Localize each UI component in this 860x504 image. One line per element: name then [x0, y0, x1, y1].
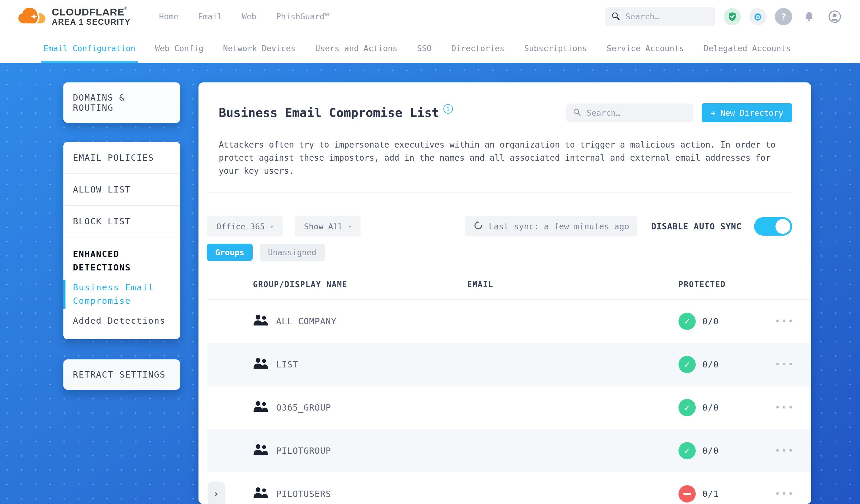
top-nav-home[interactable]: Home: [159, 12, 178, 21]
protected-status-badge: [678, 356, 696, 373]
unassigned-chip[interactable]: Unassigned: [260, 244, 325, 261]
sidebar-item-block-list[interactable]: BLOCK LIST: [63, 205, 180, 237]
table-row: PILOTGROUP 0/0: [207, 429, 811, 472]
table-row: PILOTUSERS 0/1: [207, 472, 811, 504]
expand-row-chevron-icon[interactable]: [208, 482, 225, 504]
group-name: LIST: [276, 359, 298, 370]
group-icon: [253, 401, 269, 415]
tab-users-and-actions[interactable]: Users and Actions: [315, 33, 397, 63]
last-sync-text: Last sync: a few minutes ago: [489, 222, 629, 231]
protected-count: 0/1: [702, 489, 719, 499]
protected-count: 0/0: [702, 359, 719, 370]
page-description: Attackers often try to impersonate execu…: [219, 138, 789, 178]
table-header: GROUP/DISPLAY NAME EMAIL PROTECTED: [207, 270, 811, 300]
show-filter-select[interactable]: Show All: [295, 216, 361, 236]
directory-search-input[interactable]: [587, 108, 687, 117]
group-name: PILOTGROUP: [276, 446, 331, 456]
row-menu-icon[interactable]: [775, 359, 811, 370]
info-icon[interactable]: [443, 104, 453, 114]
groups-chip[interactable]: Groups: [207, 244, 253, 261]
search-icon: [611, 12, 620, 22]
topbar-actions: ⚙: [605, 7, 843, 26]
groups-table: GROUP/DISPLAY NAME EMAIL PROTECTED ALL C…: [207, 270, 811, 504]
table-row: LIST 0/0: [207, 343, 811, 386]
content-card: Business Email Compromise List + New Dir…: [199, 83, 811, 504]
sidebar-item-domains-routing[interactable]: DOMAINS & ROUTING: [63, 83, 180, 123]
protected-count: 0/0: [702, 316, 719, 326]
protected-status-badge: [678, 399, 696, 416]
sidebar-item-business-email-compromise[interactable]: Business Email Compromise: [73, 281, 171, 308]
config-tabs: Email Configuration Web Config Network D…: [0, 33, 860, 63]
group-name: O365_GROUP: [276, 403, 331, 413]
top-nav-email[interactable]: Email: [198, 12, 222, 21]
sidebar-item-email-policies[interactable]: EMAIL POLICIES: [63, 142, 180, 174]
group-icon: [253, 314, 269, 328]
notifications-bell-icon[interactable]: [801, 8, 818, 25]
protected-status-badge: [678, 313, 696, 330]
group-icon: [253, 444, 269, 458]
tab-directories[interactable]: Directories: [451, 33, 504, 63]
group-icon: [253, 357, 269, 371]
global-search[interactable]: [605, 7, 715, 26]
logo-trademark: ®: [124, 6, 127, 11]
tab-web-config[interactable]: Web Config: [155, 33, 203, 63]
table-row: O365_GROUP 0/0: [207, 386, 811, 429]
row-menu-icon[interactable]: [775, 489, 811, 499]
directory-select[interactable]: Office 365: [207, 216, 283, 236]
tab-email-configuration[interactable]: Email Configuration: [43, 33, 135, 63]
directory-search[interactable]: [566, 103, 693, 122]
protected-count: 0/0: [702, 446, 719, 456]
top-nav: Home Email Web PhishGuard™: [159, 12, 329, 21]
title-actions: + New Directory: [566, 103, 792, 122]
col-group-display-name: GROUP/DISPLAY NAME: [253, 280, 467, 289]
group-name: ALL COMPANY: [276, 316, 336, 326]
sidebar-email-menu: EMAIL POLICIES ALLOW LIST BLOCK LIST ENH…: [63, 142, 180, 339]
tab-network-devices[interactable]: Network Devices: [223, 33, 296, 63]
settings-gear-icon[interactable]: ⚙: [749, 8, 766, 25]
disable-auto-sync-label: DISABLE AUTO SYNC: [651, 222, 742, 231]
sidebar-item-allow-list[interactable]: ALLOW LIST: [63, 174, 180, 205]
logo-name: CLOUDFLARE: [52, 6, 124, 17]
sync-icon: [473, 220, 483, 233]
title-row: Business Email Compromise List + New Dir…: [219, 101, 792, 125]
last-sync-status[interactable]: Last sync: a few minutes ago: [465, 216, 637, 236]
sidebar-item-retract-settings[interactable]: RETRACT SETTINGS: [63, 359, 180, 390]
new-directory-button[interactable]: + New Directory: [702, 103, 792, 122]
group-name: PILOTUSERS: [276, 489, 331, 499]
enhanced-detections-title[interactable]: ENHANCED DETECTIONS: [73, 247, 171, 274]
row-menu-icon[interactable]: [775, 316, 811, 326]
user-avatar-icon[interactable]: [826, 8, 843, 25]
cloudflare-logo[interactable]: CLOUDFLARE® AREA 1 SECURITY: [18, 6, 131, 27]
filter-row: Office 365 Show All Last sync: a few min…: [207, 216, 792, 236]
protected-status-badge: [678, 442, 696, 459]
logo-subtitle: AREA 1 SECURITY: [52, 17, 131, 27]
protected-status-badge: [678, 485, 696, 503]
sidebar: DOMAINS & ROUTING EMAIL POLICIES ALLOW L…: [63, 83, 180, 390]
section-divider: [207, 192, 792, 192]
tab-subscriptions[interactable]: Subscriptions: [524, 33, 587, 63]
security-shield-icon[interactable]: [724, 8, 741, 25]
cloudflare-cloud-icon: [18, 6, 48, 27]
col-protected: PROTECTED: [678, 280, 753, 289]
help-icon[interactable]: [775, 8, 792, 25]
top-nav-phishguard[interactable]: PhishGuard™: [276, 12, 329, 21]
tab-service-accounts[interactable]: Service Accounts: [607, 33, 684, 63]
group-icon: [253, 487, 269, 501]
tab-sso[interactable]: SSO: [417, 33, 432, 63]
sidebar-section-enhanced-detections: ENHANCED DETECTIONS Business Email Compr…: [63, 237, 180, 339]
tab-delegated-accounts[interactable]: Delegated Accounts: [704, 33, 791, 63]
row-menu-icon[interactable]: [775, 402, 811, 413]
protected-count: 0/0: [702, 403, 719, 413]
row-menu-icon[interactable]: [775, 445, 811, 456]
table-row: ALL COMPANY 0/0: [207, 300, 811, 343]
page-background: DOMAINS & ROUTING EMAIL POLICIES ALLOW L…: [0, 63, 860, 504]
auto-sync-toggle[interactable]: [754, 217, 792, 236]
top-nav-web[interactable]: Web: [242, 12, 257, 21]
topbar: CLOUDFLARE® AREA 1 SECURITY Home Email W…: [0, 0, 860, 33]
global-search-input[interactable]: [626, 12, 709, 21]
view-switch: Groups Unassigned: [207, 244, 792, 261]
page-title: Business Email Compromise List: [219, 106, 439, 120]
col-email: EMAIL: [467, 280, 678, 289]
search-icon: [573, 108, 581, 117]
sidebar-item-added-detections[interactable]: Added Detections: [73, 315, 171, 326]
